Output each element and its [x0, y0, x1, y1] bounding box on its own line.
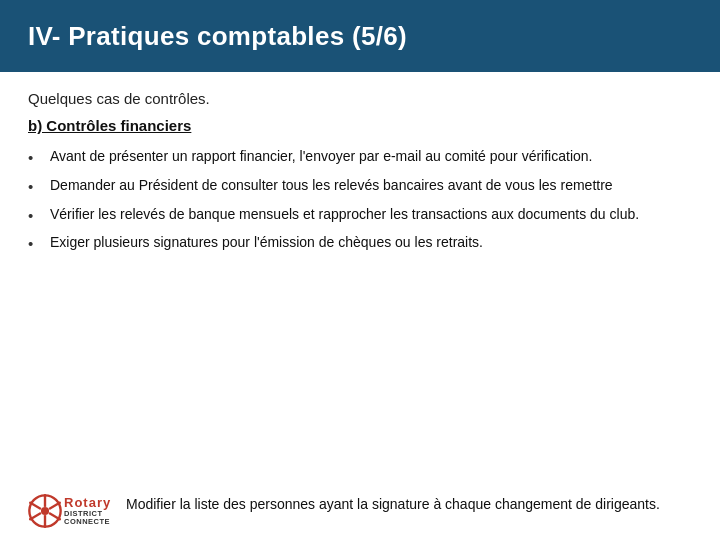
bullet-list: • Avant de présenter un rapport financie… — [28, 146, 692, 490]
list-item: • Exiger plusieurs signatures pour l'émi… — [28, 232, 692, 255]
bullet-text-1: Avant de présenter un rapport financier,… — [50, 146, 692, 166]
page-title: IV- Pratiques comptables (5/6) — [28, 21, 407, 52]
footer-text: Modifier la liste des personnes ayant la… — [126, 494, 692, 514]
bullet-text-4: Exiger plusieurs signatures pour l'émiss… — [50, 232, 692, 252]
rotary-logo: Rotary DISTRICT CONNECTE — [28, 494, 118, 528]
bullet-text-2: Demander au Président de consulter tous … — [50, 175, 692, 195]
svg-point-9 — [44, 525, 47, 528]
rotary-wheel-icon — [28, 494, 62, 528]
list-item: • Avant de présenter un rapport financie… — [28, 146, 692, 169]
bullet-icon: • — [28, 205, 44, 227]
svg-point-10 — [29, 501, 32, 504]
rotary-word: Rotary — [64, 496, 111, 510]
bullet-icon: • — [28, 176, 44, 198]
header: IV- Pratiques comptables (5/6) — [0, 0, 720, 72]
list-item: • Demander au Président de consulter tou… — [28, 175, 692, 198]
page-container: IV- Pratiques comptables (5/6) Quelques … — [0, 0, 720, 540]
svg-point-12 — [29, 518, 32, 521]
svg-line-6 — [30, 513, 41, 519]
list-item: • Vérifier les relevés de banque mensuel… — [28, 204, 692, 227]
section-heading: b) Contrôles financiers — [28, 117, 692, 134]
subtitle: Quelques cas de contrôles. — [28, 90, 692, 107]
svg-point-11 — [58, 518, 61, 521]
svg-line-7 — [49, 503, 60, 509]
footer-row: Rotary DISTRICT CONNECTE Modifier la lis… — [28, 494, 692, 528]
svg-point-1 — [41, 507, 49, 515]
svg-point-8 — [44, 494, 47, 497]
bullet-text-3: Vérifier les relevés de banque mensuels … — [50, 204, 692, 224]
bullet-icon: • — [28, 233, 44, 255]
rotary-sub-connecte: CONNECTE — [64, 518, 111, 526]
svg-line-4 — [30, 503, 41, 509]
rotary-text: Rotary DISTRICT CONNECTE — [64, 496, 111, 527]
svg-line-5 — [49, 513, 60, 519]
bullet-icon: • — [28, 147, 44, 169]
svg-point-13 — [58, 501, 61, 504]
content-area: Quelques cas de contrôles. b) Contrôles … — [0, 72, 720, 540]
